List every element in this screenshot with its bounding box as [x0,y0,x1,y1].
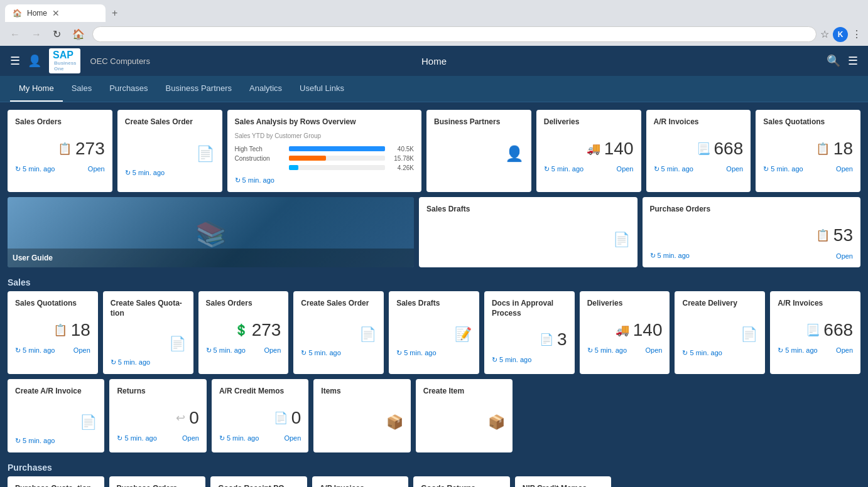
address-bar[interactable] [92,26,816,42]
tile-returns[interactable]: Returns ↩ 0 ↻ 5 min. ago Open [109,379,206,452]
cdel-refresh[interactable]: ↻ 5 min. ago [682,349,722,357]
del-sec-open[interactable]: Open [646,346,663,354]
tile-business-partners[interactable]: Business Partners 👤 [426,110,531,192]
sales-analysis-refresh[interactable]: ↻ 5 min. ago [235,176,274,185]
bookmark-icon[interactable]: ☆ [820,28,829,40]
tile-ar-credit-memos[interactable]: A/R Credit Memos 📄 0 ↻ 5 min. ago Open [212,379,308,452]
ari-sec-refresh[interactable]: ↻ 5 min. ago [778,346,817,355]
tile-ar-invoices-sec[interactable]: A/R Invoices 📃 668 ↻ 5 min. ago Open [770,291,860,374]
tile-ari-sec-value: 📃 668 [778,314,853,346]
tile-csq-footer: ↻ 5 min. ago [111,358,186,367]
settings-icon[interactable]: ⋮ [852,28,862,40]
tile-sales-drafts-sec[interactable]: Sales Drafts 📝 ↻ 5 min. ago [389,291,479,374]
tile-purchase-quotation[interactable]: Purchase Quota- tion 📋 [8,476,104,487]
tile-docs-approval[interactable]: Docs in Approval Process 📄 3 ↻ 5 min. ag… [484,291,575,374]
tile-deliveries-sec[interactable]: Deliveries 🚚 140 ↻ 5 min. ago Open [580,291,670,374]
chart-bar-hightech [289,146,386,151]
so-sec-refresh[interactable]: ↻ 5 min. ago [206,346,246,355]
tab-close-button[interactable]: ✕ [52,8,60,18]
tile-items[interactable]: Items 📦 [313,379,410,452]
dap-refresh[interactable]: ↻ 5 min. ago [492,356,531,364]
refresh-button[interactable]: ↻ [49,27,65,41]
user-profile-icon[interactable]: 👤 [28,54,41,68]
nav-business-partners[interactable]: Business Partners [157,76,241,102]
tile-sales-analysis[interactable]: Sales Analysis by Rows Overview Sales YT… [227,110,422,192]
deliveries-open[interactable]: Open [617,165,634,173]
ret-refresh[interactable]: ↻ 5 min. ago [117,434,156,442]
top-tiles-row: Sales Orders 📋 273 ↻ 5 min. ago Open Cre… [8,110,860,192]
back-button[interactable]: ← [6,28,24,41]
tile-purchase-orders-sec[interactable]: Purchase Orders 📋 [109,476,206,487]
arcm-open[interactable]: Open [284,434,301,442]
forward-button[interactable]: → [28,28,45,41]
tile-create-sales-order-sec[interactable]: Create Sales Order 📄 ↻ 5 min. ago [293,291,384,374]
sales-orders-refresh[interactable]: ↻ 5 min. ago [15,165,55,173]
del-sec-refresh[interactable]: ↻ 5 min. ago [587,346,627,355]
sales-orders-open[interactable]: Open [88,165,105,173]
ret-open[interactable]: Open [182,434,199,442]
tile-gr-title: Goods Returns [421,484,502,487]
po-open[interactable]: Open [836,252,853,260]
create-sales-order-refresh[interactable]: ↻ 5 min. ago [125,169,165,177]
tile-create-delivery[interactable]: Create Delivery 📄 ↻ 5 min. ago [675,291,765,374]
tile-ar-invoices-top[interactable]: A/R Invoices 📃 668 ↻ 5 min. ago Open [646,110,751,192]
nav-sales[interactable]: Sales [63,76,101,102]
deliveries-refresh[interactable]: ↻ 5 min. ago [544,165,583,173]
sd-sec-refresh[interactable]: ↻ 5 min. ago [396,349,436,357]
new-tab-button[interactable]: + [106,4,124,23]
sq2-refresh[interactable]: ↻ 5 min. ago [15,346,55,355]
csq-refresh[interactable]: ↻ 5 min. ago [111,358,150,367]
tile-sales-quotations-top[interactable]: Sales Quotations 📋 18 ↻ 5 min. ago Open [756,110,860,192]
ari-sec-open[interactable]: Open [836,346,853,354]
company-name: OEC Computers [90,56,150,66]
tile-ret-title: Returns [117,387,198,397]
tile-ari-sec-footer: ↻ 5 min. ago Open [778,346,853,355]
tile-create-sales-order[interactable]: Create Sales Order 📄 ↻ 5 min. ago [117,110,222,192]
tile-sales-drafts[interactable]: Sales Drafts 📄 [419,197,637,268]
arcm-refresh[interactable]: ↻ 5 min. ago [219,434,259,442]
nav-purchases[interactable]: Purchases [100,76,156,102]
browser-user-avatar[interactable]: K [833,27,848,42]
menu-icon[interactable]: ☰ [10,54,20,68]
arcm-icon: 📄 [274,411,288,425]
sq-refresh[interactable]: ↻ 5 min. ago [763,165,803,173]
po-icon: 📋 [816,228,830,242]
tile-ap-invoices[interactable]: A/P Invoices 📃 [312,476,409,487]
sd-sec-icon-area: 📝 [396,314,472,349]
tile-sales-quotations[interactable]: Sales Quotations 📋 18 ↻ 5 min. ago Open [8,291,98,374]
chart-bar-other [289,165,298,170]
tile-create-item[interactable]: Create Item 📦 [416,379,513,452]
nav-useful-links[interactable]: Useful Links [291,76,353,102]
tile-sales-orders-sec[interactable]: Sales Orders 💲 273 ↻ 5 min. ago Open [198,291,289,374]
sq2-open[interactable]: Open [73,346,90,354]
tile-cari-footer: ↻ 5 min. ago [15,437,97,445]
tile-goods-receipt-po[interactable]: Goods Receipt PO 📋 [210,476,307,487]
nav-analytics[interactable]: Analytics [241,76,291,102]
main-content: Sales Orders 📋 273 ↻ 5 min. ago Open Cre… [0,102,868,487]
nav-my-home[interactable]: My Home [10,76,63,102]
tile-deliveries[interactable]: Deliveries 🚚 140 ↻ 5 min. ago Open [536,110,641,192]
home-nav-button[interactable]: 🏠 [68,27,89,41]
so-sec-count: 273 [252,320,281,340]
tile-sq2-value: 📋 18 [15,314,90,346]
tile-user-guide[interactable]: 📚 User Guide [8,197,414,268]
business-partners-icon: 👤 [505,145,524,163]
browser-tab-active[interactable]: 🏠 Home ✕ [5,4,106,22]
ar-invoices-top-refresh[interactable]: ↻ 5 min. ago [654,165,693,173]
tile-create-sales-quotation[interactable]: Create Sales Quota- tion 📄 ↻ 5 min. ago [103,291,193,374]
cso-sec-refresh[interactable]: ↻ 5 min. ago [301,349,340,357]
tile-create-ar-invoice[interactable]: Create A/R Invoice 📄 ↻ 5 min. ago [8,379,104,452]
so-sec-open[interactable]: Open [264,346,281,354]
tile-goods-returns[interactable]: Goods Returns ↩ [413,476,510,487]
tile-purchase-orders-top[interactable]: Purchase Orders 📋 53 ↻ 5 min. ago Open [643,197,861,268]
search-icon[interactable]: 🔍 [827,54,840,68]
cdel-icon: 📄 [741,326,757,343]
tile-sales-orders[interactable]: Sales Orders 📋 273 ↻ 5 min. ago Open [8,110,112,192]
tile-sales-analysis-footer: ↻ 5 min. ago [235,176,415,185]
cari-refresh[interactable]: ↻ 5 min. ago [15,437,55,445]
sq-open[interactable]: Open [836,165,853,173]
po-refresh[interactable]: ↻ 5 min. ago [650,252,690,260]
notifications-icon[interactable]: ☰ [848,54,858,68]
tile-nip-credit-memos[interactable]: NIP Credit Memos 📄 [515,476,612,487]
ar-invoices-top-open[interactable]: Open [726,165,743,173]
